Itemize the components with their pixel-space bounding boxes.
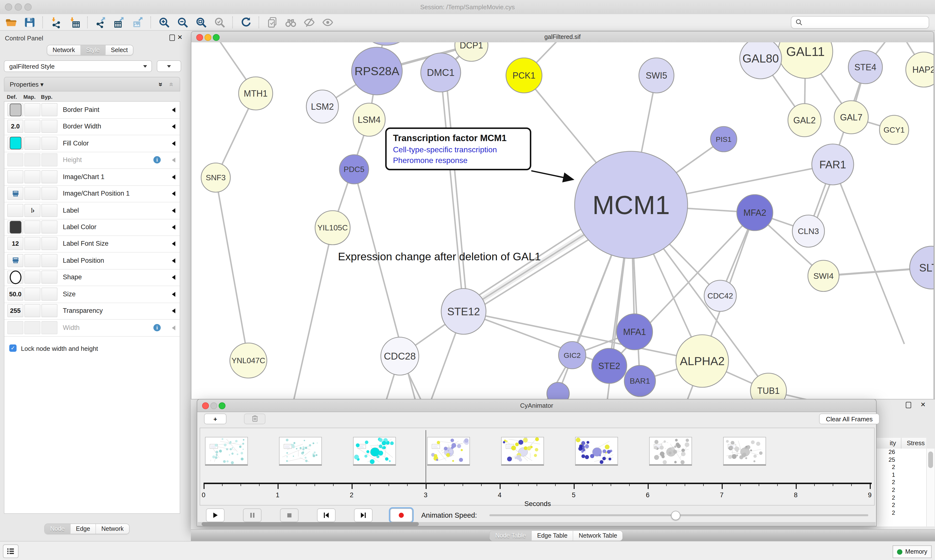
map-cell[interactable] — [24, 254, 40, 267]
byp-cell[interactable] — [42, 254, 57, 267]
export-network-icon[interactable] — [94, 15, 108, 29]
byp-cell[interactable] — [42, 137, 57, 150]
property-row-transparency[interactable]: 255Transparency — [5, 303, 180, 320]
timeline-scrollbar-thumb[interactable] — [202, 522, 419, 526]
frame-thumbnail-3[interactable] — [427, 437, 470, 465]
cyanimator-titlebar[interactable]: CyAnimator — [197, 400, 876, 412]
stress-table-header[interactable]: ity Stress — [876, 438, 926, 449]
collapse-arrow-icon[interactable] — [172, 141, 175, 146]
refresh-layout-icon[interactable] — [239, 15, 253, 29]
shape-ellipse-icon[interactable] — [9, 271, 21, 284]
def-cell[interactable] — [7, 154, 23, 167]
lock-checkbox[interactable]: ✓ — [9, 345, 17, 352]
column-centrality[interactable]: ity — [876, 439, 896, 447]
find-icon[interactable] — [284, 15, 298, 29]
def-cell[interactable] — [7, 170, 23, 183]
pause-button[interactable] — [243, 508, 262, 522]
info-icon[interactable]: i — [153, 157, 161, 164]
property-row-border-paint[interactable]: Border Paint — [5, 102, 180, 119]
save-session-icon[interactable] — [22, 15, 37, 29]
collapse-arrow-icon[interactable] — [172, 325, 175, 330]
show-panels-button[interactable] — [3, 545, 19, 558]
tab-select[interactable]: Select — [105, 45, 133, 55]
tab-network-table[interactable]: Network Table — [573, 531, 623, 540]
default-value[interactable]: 255 — [10, 307, 20, 314]
frame-thumbnail-5[interactable] — [575, 437, 618, 465]
default-value[interactable]: 2.0 — [11, 123, 20, 130]
style-options-dropdown[interactable] — [157, 60, 181, 72]
property-row-size[interactable]: 50.0Size — [5, 286, 180, 303]
export-table-icon[interactable] — [112, 15, 127, 29]
byp-cell[interactable] — [42, 103, 57, 116]
byp-cell[interactable] — [42, 154, 57, 167]
tab-network[interactable]: Network — [96, 524, 129, 534]
tab-edge-table[interactable]: Edge Table — [532, 531, 573, 540]
annotation-link-2[interactable]: Pheromone response — [393, 156, 523, 165]
playhead[interactable] — [426, 430, 426, 484]
property-row-label-position[interactable]: Label Position — [5, 252, 180, 269]
frame-thumbnail-6[interactable] — [649, 437, 692, 465]
hide-panel-icon[interactable] — [302, 15, 316, 29]
map-cell[interactable] — [24, 137, 40, 150]
add-frame-button[interactable]: + — [204, 414, 227, 424]
map-cell[interactable] — [24, 154, 40, 167]
timeline-panel[interactable]: 0123456789Seconds — [200, 428, 875, 506]
def-cell[interactable] — [7, 321, 23, 334]
byp-cell[interactable] — [42, 237, 57, 250]
mapping-icon[interactable]: ⁞› — [31, 206, 34, 214]
frame-thumbnail-2[interactable] — [353, 437, 396, 465]
frame-thumbnail-7[interactable] — [723, 437, 766, 465]
map-cell[interactable] — [24, 187, 40, 200]
network-window-titlebar[interactable]: galFiltered.sif — [191, 32, 933, 43]
map-cell[interactable] — [24, 271, 40, 284]
stress-table-row[interactable]: 2 — [876, 502, 926, 509]
default-value[interactable]: 12 — [12, 240, 19, 248]
frame-thumbnail-0[interactable] — [205, 437, 248, 465]
delete-frame-button[interactable] — [244, 414, 265, 424]
map-cell[interactable] — [24, 170, 40, 183]
stress-table-body[interactable]: 26252122222 — [876, 449, 926, 526]
stress-table-row[interactable]: 2 — [876, 464, 926, 471]
stress-table-row[interactable]: 2 — [876, 479, 926, 486]
timeline-scrollbar[interactable] — [198, 522, 876, 526]
property-row-height[interactable]: Heighti — [5, 152, 180, 169]
search-box[interactable] — [791, 16, 929, 29]
property-row-image-chart-position-1[interactable]: Image/Chart Position 1 — [5, 185, 180, 202]
property-row-fill-color[interactable]: Fill Color — [5, 135, 180, 152]
byp-cell[interactable] — [42, 170, 57, 183]
import-table-icon[interactable] — [67, 15, 82, 29]
collapse-all-icon[interactable]: « — [168, 83, 176, 86]
stress-table-row[interactable]: 2 — [876, 509, 926, 517]
style-selector[interactable]: galFiltered Style — [4, 60, 152, 72]
def-cell[interactable] — [7, 271, 23, 284]
byp-cell[interactable] — [42, 204, 57, 217]
zoom-fit-icon[interactable] — [194, 15, 208, 29]
map-cell[interactable] — [24, 103, 40, 116]
property-row-label-font-size[interactable]: 12Label Font Size — [5, 236, 180, 253]
def-cell[interactable] — [7, 187, 23, 200]
def-cell[interactable] — [7, 204, 23, 217]
speed-slider-thumb[interactable] — [671, 511, 680, 520]
default-swatch[interactable] — [9, 137, 21, 149]
close-panel-icon[interactable]: ✕ — [920, 402, 926, 408]
map-cell[interactable] — [24, 287, 40, 300]
zoom-out-icon[interactable] — [175, 15, 190, 29]
collapse-arrow-icon[interactable] — [172, 108, 175, 112]
table-scrollbar[interactable] — [926, 449, 935, 526]
collapse-arrow-icon[interactable] — [172, 208, 175, 213]
map-cell[interactable] — [24, 237, 40, 250]
zoom-in-icon[interactable] — [157, 15, 171, 29]
open-session-icon[interactable] — [4, 15, 19, 29]
scrollbar-thumb[interactable] — [928, 451, 933, 468]
column-stress[interactable]: Stress — [907, 439, 925, 447]
collapse-arrow-icon[interactable] — [172, 158, 175, 163]
map-cell[interactable] — [24, 304, 40, 317]
byp-cell[interactable] — [42, 304, 57, 317]
byp-cell[interactable] — [42, 120, 57, 133]
expand-all-icon[interactable]: » — [157, 83, 165, 86]
map-cell[interactable]: ⁞› — [24, 204, 40, 217]
collapse-arrow-icon[interactable] — [172, 225, 175, 230]
property-row-shape[interactable]: Shape — [5, 269, 180, 286]
show-panel-icon[interactable] — [321, 15, 335, 29]
record-button[interactable] — [390, 508, 412, 522]
